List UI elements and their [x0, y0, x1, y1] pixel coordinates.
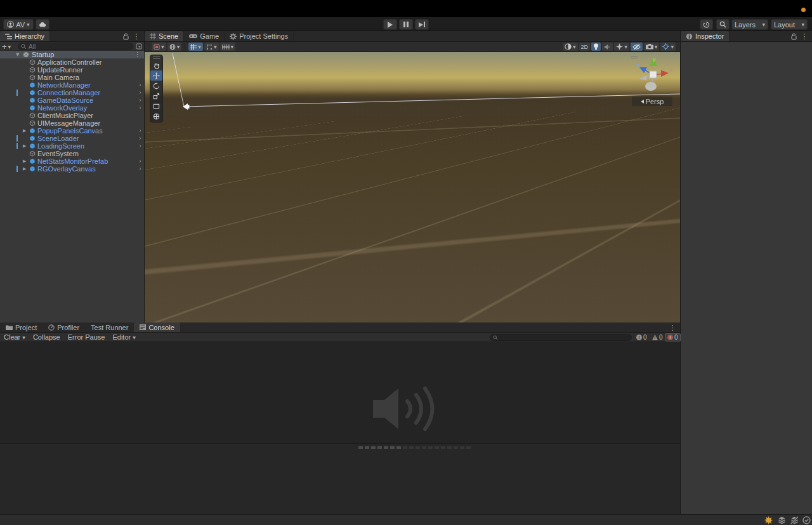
hierarchy-tree[interactable]: ▼ ▶ Startup › ⋮ ▼ ▶: [0, 51, 144, 322]
tool-settings-button[interactable]: ▼: [152, 43, 166, 51]
axis-gizmo[interactable]: y z x: [628, 53, 676, 95]
layers-dropdown[interactable]: Layers ▼: [731, 19, 768, 30]
play-button[interactable]: [383, 19, 397, 30]
tab-project[interactable]: Project: [0, 322, 43, 332]
hierarchy-row[interactable]: ▼ ▶ NetworkOverlay › ⋮: [0, 104, 144, 112]
lighting-toggle[interactable]: [591, 43, 601, 51]
error-count-toggle[interactable]: ! 0: [665, 333, 681, 342]
hierarchy-row[interactable]: ▼ ▶ ClientMusicPlayer › ⋮: [0, 112, 144, 119]
tab-console[interactable]: Console: [134, 322, 180, 332]
hierarchy-row[interactable]: ▼ ▶ Main Camera › ⋮: [0, 74, 144, 81]
inspector-panel: Inspector ⋮: [680, 31, 812, 514]
tool-handle-rotation-button[interactable]: ▼: [167, 43, 182, 51]
console-detail-pane[interactable]: [0, 443, 680, 514]
hierarchy-row[interactable]: ▼ ▶ UIMessageManager › ⋮: [0, 119, 144, 127]
warning-count-toggle[interactable]: ! 0: [650, 333, 665, 342]
undo-history-button[interactable]: [700, 19, 713, 30]
hierarchy-row[interactable]: ▼ ▶ EventSystem › ⋮: [0, 150, 144, 157]
prefab-chevron-icon[interactable]: ›: [139, 127, 141, 135]
console-log-list[interactable]: [0, 342, 680, 442]
console-panel-menu-icon[interactable]: ⋮: [669, 324, 676, 332]
hierarchy-row[interactable]: ▼ ▶ NetStatsMonitorPrefab › ⋮: [0, 157, 144, 165]
scale-tool-button[interactable]: [150, 91, 162, 101]
hierarchy-row[interactable]: ▼ ▶ Startup › ⋮: [0, 51, 144, 58]
hierarchy-search-input[interactable]: [29, 43, 130, 50]
scene-visibility-toggle[interactable]: [631, 43, 643, 51]
tab-inspector[interactable]: Inspector: [681, 31, 730, 41]
hierarchy-row[interactable]: ▼ ▶ RGOverlayCanvas › ⋮: [0, 165, 144, 173]
orientation-gizmo[interactable]: y z x Persp: [628, 53, 676, 109]
overlay-drag-handle[interactable]: [150, 55, 162, 60]
error-pause-toggle[interactable]: Error Pause: [64, 333, 109, 342]
draw-mode-dropdown[interactable]: ▼: [563, 43, 578, 51]
console-searchbox[interactable]: [490, 334, 632, 341]
background-task-icon[interactable]: [764, 516, 773, 524]
pause-button[interactable]: [399, 19, 413, 30]
search-button[interactable]: [716, 19, 730, 30]
2d-toggle[interactable]: 2D: [579, 43, 591, 51]
lock-icon[interactable]: [791, 33, 797, 41]
editor-dropdown[interactable]: Editor ▼: [108, 333, 139, 342]
rotate-tool-button[interactable]: [150, 81, 162, 91]
prefab-chevron-icon[interactable]: ›: [139, 104, 141, 112]
hand-tool-button[interactable]: [150, 60, 162, 70]
gizmos-dropdown[interactable]: ▼: [660, 43, 676, 51]
collapse-toggle[interactable]: Collapse: [29, 333, 64, 342]
layout-dropdown[interactable]: Layout ▼: [771, 19, 808, 30]
prefab-chevron-icon[interactable]: ›: [139, 96, 141, 104]
prefab-chevron-icon[interactable]: ›: [139, 81, 141, 89]
hierarchy-row[interactable]: ▼ ▶ GameDataSource › ⋮: [0, 96, 144, 104]
expand-arrow-icon[interactable]: ▶: [23, 165, 26, 173]
effects-dropdown[interactable]: ▼: [614, 43, 629, 51]
grid-snapping-toggle[interactable]: ▼: [188, 43, 203, 51]
projection-toggle[interactable]: Persp: [632, 96, 672, 106]
prefab-chevron-icon[interactable]: ›: [139, 142, 141, 150]
prefab-chevron-icon[interactable]: ›: [139, 135, 141, 142]
hierarchy-row[interactable]: ▼ ▶ UpdateRunner › ⋮: [0, 66, 144, 74]
hierarchy-row[interactable]: ▼ ▶ ApplicationController › ⋮: [0, 58, 144, 66]
move-tool-button[interactable]: [150, 70, 162, 81]
cache-server-icon[interactable]: [778, 516, 786, 524]
hierarchy-searchbox[interactable]: [18, 43, 133, 50]
lock-icon[interactable]: [123, 33, 129, 41]
transform-tool-button[interactable]: [150, 111, 162, 121]
overlay-drag-handle[interactable]: [631, 56, 638, 58]
clear-button[interactable]: Clear ▼: [0, 333, 29, 342]
rect-tool-button[interactable]: [150, 101, 162, 111]
tab-test-runner[interactable]: Test Runner: [85, 322, 134, 332]
expand-arrow-icon[interactable]: ▶: [23, 142, 26, 150]
add-gameobject-button[interactable]: +▼: [2, 42, 11, 51]
scene-viewport[interactable]: y z x Persp: [145, 52, 680, 322]
prefab-chevron-icon[interactable]: ›: [139, 165, 141, 173]
hierarchy-menu-icon[interactable]: ⋮: [133, 32, 140, 41]
scene-picker-icon[interactable]: [136, 43, 142, 51]
console-search-input[interactable]: [500, 334, 629, 341]
account-button[interactable]: AV ▼: [3, 19, 34, 30]
hierarchy-row[interactable]: ▼ ▶ ConnectionManager › ⋮: [0, 89, 144, 96]
hierarchy-row[interactable]: ▼ ▶ PopupPanelsCanvas › ⋮: [0, 127, 144, 135]
hierarchy-row[interactable]: ▼ ▶ SceneLoader › ⋮: [0, 135, 144, 142]
info-count-toggle[interactable]: ! 0: [634, 333, 649, 342]
inspector-menu-icon[interactable]: ⋮: [801, 32, 808, 41]
step-button[interactable]: [415, 19, 429, 30]
tab-hierarchy[interactable]: Hierarchy: [0, 31, 50, 41]
prefab-chevron-icon[interactable]: ›: [139, 157, 141, 165]
cloud-services-button[interactable]: [36, 19, 49, 30]
expand-arrow-icon[interactable]: ▶: [23, 157, 26, 165]
expand-arrow-icon[interactable]: ▶: [23, 127, 26, 135]
cache-server-disconnected-icon[interactable]: [790, 516, 799, 524]
prefab-chevron-icon[interactable]: ›: [139, 89, 141, 96]
tab-scene[interactable]: Scene: [145, 31, 184, 41]
tab-game[interactable]: Game: [184, 31, 225, 41]
scene-menu-icon[interactable]: ⋮: [134, 51, 141, 58]
camera-settings-dropdown[interactable]: ▼: [644, 43, 660, 51]
collapse-arrow-icon[interactable]: ▼: [16, 51, 19, 58]
hierarchy-row[interactable]: ▼ ▶ LoadingScreen › ⋮: [0, 142, 144, 150]
snap-increment-button[interactable]: ▼: [204, 43, 219, 51]
progress-complete-icon[interactable]: [802, 516, 811, 524]
grid-visibility-button[interactable]: ▼: [220, 43, 236, 51]
audio-toggle[interactable]: [602, 43, 613, 51]
hierarchy-row[interactable]: ▼ ▶ NetworkManager › ⋮: [0, 81, 144, 89]
tab-project-settings[interactable]: Project Settings: [225, 31, 294, 41]
tab-profiler[interactable]: Profiler: [43, 322, 85, 332]
